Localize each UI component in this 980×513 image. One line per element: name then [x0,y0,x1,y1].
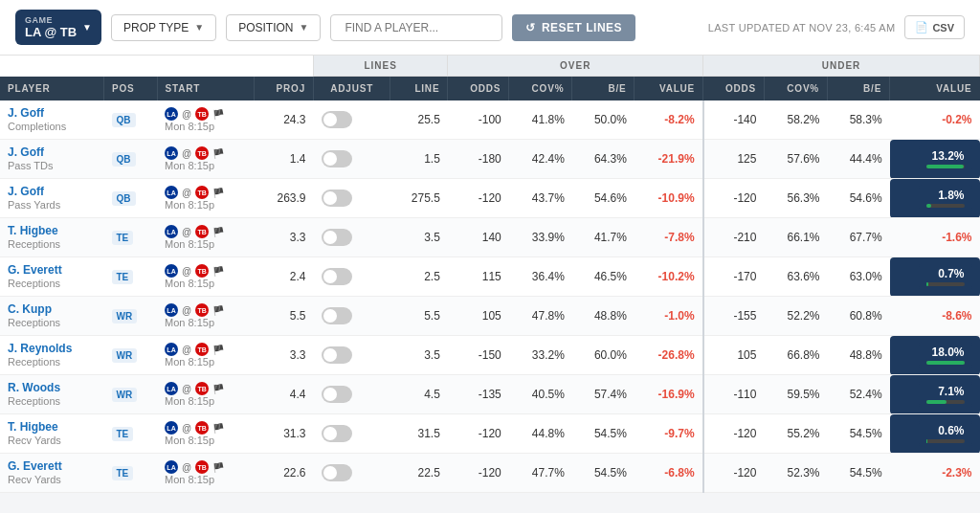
col-over-cov: COV% [509,77,572,101]
adjust-toggle[interactable] [322,229,352,246]
adjust-cell [314,454,390,493]
col-over-be: B/E [572,77,635,101]
col-start: START [157,77,255,101]
la-icon: LA [165,146,178,160]
la-icon: LA [165,107,178,121]
game-time: Mon 8:15p [165,317,247,328]
data-table-container: LINES OVER UNDER PLAYER POS START PROJ A… [0,56,980,493]
player-cell: J. Goff Pass TDs [0,140,104,179]
start-cell: LA @ TB 🏴 Mon 8:15p [157,454,255,493]
game-matchup: LA @ TB [25,25,77,39]
over-group-header: OVER [448,56,703,77]
under-cov-cell: 55.2% [764,414,827,454]
player-name: J. Goff [8,145,97,159]
search-input[interactable] [330,14,502,41]
col-header-row: PLAYER POS START PROJ ADJUST LINE ODDS C… [0,77,980,101]
col-proj: PROJ [255,77,314,101]
la-icon: LA [165,382,178,395]
tb-icon: TB [195,421,209,435]
player-prop: Pass Yards [8,199,60,211]
start-cell: LA @ TB 🏴 Mon 8:15p [157,297,255,336]
player-prop: Pass TDs [8,160,53,171]
adjust-cell [314,140,390,179]
flag-icon: 🏴 [212,462,224,473]
matchup: LA @ TB 🏴 [165,303,247,317]
adjust-cell [314,179,390,218]
player-name: J. Goff [8,185,97,198]
flag-icon: 🏴 [212,109,224,120]
over-odds-cell: -150 [448,336,509,375]
value-cell: -21.9% [635,140,703,179]
line-cell: 5.5 [390,297,448,336]
under-odds-cell: -170 [703,257,765,297]
reset-lines-button[interactable]: ↺ RESET LINES [512,14,635,41]
adjust-toggle[interactable] [322,150,352,167]
player-prop: Receptions [8,317,60,328]
adjust-toggle[interactable] [322,190,352,207]
player-name: G. Everett [8,459,97,473]
flag-icon: 🏴 [212,148,224,159]
pos-badge: TE [112,270,134,284]
tb-icon: TB [195,303,209,317]
matchup: LA @ TB 🏴 [165,186,247,199]
under-be-cell: 48.8% [828,336,890,375]
pos-cell: TE [104,218,158,257]
table-row: J. Goff Pass Yards QB LA @ TB 🏴 Mon 8:15… [0,179,980,218]
adjust-toggle[interactable] [322,386,352,403]
adjust-toggle[interactable] [322,346,352,364]
la-icon: LA [165,421,178,435]
over-odds-cell: 115 [448,257,509,297]
under-cov-cell: 52.2% [764,297,827,336]
la-icon: LA [165,460,178,474]
adjust-toggle[interactable] [322,464,352,481]
under-be-cell: 60.8% [828,297,890,336]
under-odds-cell: -120 [703,414,765,454]
under-odds-cell: 105 [703,336,765,375]
under-odds-cell: -155 [703,297,765,336]
csv-button[interactable]: 📄 CSV [904,15,965,39]
game-time: Mon 8:15p [165,121,247,132]
value-cell: -9.7% [635,414,703,454]
under-odds-cell: -110 [703,375,765,414]
over-be-cell: 64.3% [572,140,635,179]
pos-badge: QB [112,113,136,127]
under-be-cell: 63.0% [828,257,890,297]
under-be-cell: 54.5% [828,414,890,454]
player-cell: T. Higbee Recv Yards [0,414,104,454]
position-button[interactable]: POSITION ▼ [226,14,321,41]
over-be-cell: 54.5% [572,454,635,493]
game-time: Mon 8:15p [165,238,247,250]
player-name: R. Woods [8,381,97,394]
game-selector[interactable]: GAME LA @ TB ▼ [15,10,101,45]
adjust-toggle[interactable] [322,425,352,442]
prop-type-label: PROP TYPE [123,21,189,34]
adjust-toggle[interactable] [322,111,352,128]
adjust-toggle[interactable] [322,307,352,324]
tb-icon: TB [195,264,209,278]
col-under-be: B/E [828,77,890,101]
pos-badge: WR [112,388,138,402]
last-updated-text: LAST UPDATED AT NOV 23, 6:45 AM [708,22,896,33]
start-cell: LA @ TB 🏴 Mon 8:15p [157,179,255,218]
tb-icon: TB [195,343,209,356]
adjust-toggle[interactable] [322,268,352,285]
col-adjust: ADJUST [314,77,390,101]
tb-icon: TB [195,460,209,474]
pos-badge: TE [112,231,134,245]
player-cell: G. Everett Receptions [0,257,104,297]
player-cell: G. Everett Recv Yards [0,454,104,493]
player-cell: R. Woods Receptions [0,375,104,414]
value-cell: 0.7% [890,257,980,297]
csv-doc-icon: 📄 [915,21,928,33]
header-bar: GAME LA @ TB ▼ PROP TYPE ▼ POSITION ▼ ↺ … [0,0,980,56]
matchup: LA @ TB 🏴 [165,382,247,395]
table-row: T. Higbee Recv Yards TE LA @ TB 🏴 Mon 8:… [0,414,980,454]
over-be-cell: 57.4% [572,375,635,414]
prop-type-button[interactable]: PROP TYPE ▼ [111,14,216,41]
value-cell: 1.8% [890,179,980,218]
tb-icon: TB [195,146,209,160]
over-cov-cell: 33.9% [509,218,572,257]
value-cell: -1.0% [635,297,703,336]
table-row: J. Goff Pass TDs QB LA @ TB 🏴 Mon 8:15p … [0,140,980,179]
group-header-row: LINES OVER UNDER [0,56,980,77]
